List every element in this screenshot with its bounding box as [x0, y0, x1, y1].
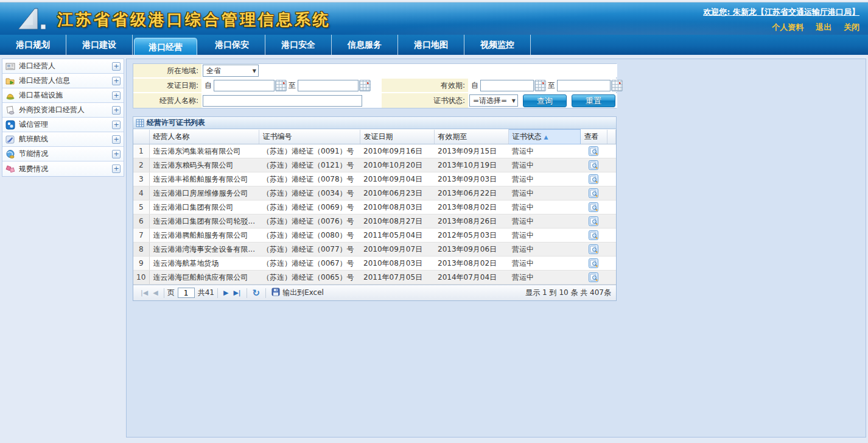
sidebar-item-routes[interactable]: 航班航线 + [2, 132, 124, 147]
calendar-icon[interactable] [534, 80, 546, 91]
reset-button[interactable]: 重置 [572, 94, 615, 107]
cert-number-cell: （苏连）港经证（0065）号 [259, 271, 360, 285]
sidebar-item-operator-info[interactable]: 港口经营人信息 + [2, 74, 124, 88]
export-excel-button[interactable]: 输出到Excel [271, 288, 324, 298]
nav-tab-1[interactable]: 港口建设 [66, 35, 133, 55]
nav-tab-4[interactable]: 港口安全 [265, 35, 332, 55]
view-icon[interactable] [589, 230, 598, 240]
filler-cell [607, 158, 616, 172]
expand-plus-icon[interactable]: + [112, 165, 121, 173]
operator-name-label: 经营人名称: [133, 96, 201, 106]
view-icon[interactable] [589, 216, 598, 226]
nav-tab-0[interactable]: 港口规划 [0, 35, 66, 55]
nav-tab-2[interactable]: 港口经营 [134, 38, 197, 55]
folder-arrow-icon [5, 76, 15, 86]
nav-tab-7[interactable]: 视频监控 [464, 35, 531, 55]
issue-date-from-input[interactable] [214, 80, 275, 91]
status-cell: 营运中 [508, 200, 580, 214]
expand-plus-icon[interactable]: + [112, 121, 121, 129]
region-label: 所在地域: [133, 66, 201, 76]
query-button[interactable]: 查询 [523, 94, 567, 107]
issue-date-cell: 2010年09月16日 [360, 144, 434, 158]
view-cell [580, 271, 607, 285]
view-icon[interactable] [589, 188, 598, 198]
calendar-icon[interactable] [359, 80, 371, 91]
sidebar-item-port-operator[interactable]: 港口经营人 + [2, 59, 124, 74]
cert-status-label: 证书状态: [382, 96, 468, 106]
sidebar-item-energy-saving[interactable]: 节能情况 + [2, 147, 124, 161]
view-icon[interactable] [589, 160, 598, 170]
issue-date-cell: 2011年05月04日 [360, 229, 434, 243]
status-cell: 营运中 [508, 144, 580, 158]
profile-link[interactable]: 个人资料 [772, 23, 803, 32]
prev-page-icon[interactable]: ◀ [153, 289, 158, 297]
operator-name-cell: 连云港海巨船舶供应有限公司 [149, 271, 259, 285]
col-valid-until[interactable]: 有效期至 [434, 130, 508, 144]
cert-number-cell: （苏连）港经证（0080）号 [259, 229, 360, 243]
col-cert-status[interactable]: 证书状态▲ [508, 130, 580, 144]
page-input[interactable] [178, 288, 195, 298]
expand-plus-icon[interactable]: + [112, 62, 121, 71]
col-operator-name[interactable]: 经营人名称 [149, 130, 259, 144]
search-form: 所在地域: 全省 ▼ 发证日期: 自 至 [133, 63, 617, 108]
refresh-icon[interactable]: ↻ [253, 288, 261, 299]
calendar-icon[interactable] [611, 80, 623, 91]
expand-plus-icon[interactable]: + [112, 91, 121, 100]
table-row: 8连云港港湾海事安全设备有限...（苏连）港经证（0077）号2010年09月0… [133, 243, 616, 257]
expand-plus-icon[interactable]: + [112, 135, 121, 144]
nav-tab-6[interactable]: 港口地图 [398, 35, 464, 55]
view-icon[interactable] [589, 174, 598, 184]
expand-plus-icon[interactable]: + [112, 77, 121, 85]
row-number: 10 [133, 271, 149, 285]
operator-name-cell: 连云港港口房屋维修服务公司 [149, 186, 259, 200]
calendar-icon[interactable] [275, 80, 287, 91]
status-cell: 营运中 [508, 214, 580, 229]
operator-name-input[interactable] [203, 95, 362, 107]
col-issue-date[interactable]: 发证日期 [360, 130, 434, 144]
view-cell [580, 186, 607, 200]
view-cell [580, 144, 607, 158]
region-select[interactable]: 全省 ▼ [203, 65, 259, 77]
cert-number-cell: （苏连）港经证（0091）号 [259, 144, 360, 158]
validity-to-input[interactable] [557, 80, 611, 91]
cert-number-cell: （苏连）港经证（0078）号 [259, 172, 360, 186]
issue-date-label: 发证日期: [133, 80, 201, 91]
view-cell [580, 257, 607, 271]
last-page-icon[interactable]: ▶| [233, 289, 240, 297]
close-link[interactable]: 关闭 [844, 23, 859, 32]
expand-plus-icon[interactable]: + [112, 150, 121, 158]
nav-tab-5[interactable]: 信息服务 [332, 35, 398, 55]
sidebar-item-fees[interactable]: 规费情况 + [2, 161, 124, 176]
table-row: 9连云港海航基地货场（苏连）港经证（0067）号2010年08月03日2013年… [133, 257, 616, 271]
nav-tab-3[interactable]: 港口保安 [199, 35, 265, 55]
col-cert-number[interactable]: 证书编号 [259, 130, 360, 144]
sidebar-item-credit-mgmt[interactable]: 诚信管理 + [2, 118, 124, 132]
sidebar-item-infrastructure[interactable]: 港口基础设施 + [2, 88, 124, 103]
logout-link[interactable]: 退出 [816, 23, 831, 32]
table-row: 7连云港港腾船舶服务有限公司（苏连）港经证（0080）号2011年05月04日2… [133, 229, 616, 243]
status-cell: 营运中 [508, 186, 580, 200]
expand-plus-icon[interactable]: + [112, 106, 121, 115]
to-label: 至 [289, 80, 296, 91]
issue-date-cell: 2010年09月07日 [360, 243, 434, 257]
facility-icon [5, 91, 15, 101]
page-label: 页 [167, 288, 175, 298]
cert-number-cell: （苏连）港经证（0076）号 [259, 214, 360, 229]
sort-asc-icon: ▲ [544, 134, 548, 140]
status-cell: 营运中 [508, 271, 580, 285]
validity-from-input[interactable] [480, 80, 534, 91]
row-number: 2 [133, 158, 149, 172]
view-icon[interactable] [589, 244, 598, 254]
issue-date-to-input[interactable] [298, 80, 359, 91]
sidebar-item-foreign-investor[interactable]: 外商投资港口经营人 + [2, 103, 124, 118]
cert-status-select[interactable]: =请选择= ▼ [469, 94, 518, 107]
view-icon[interactable] [589, 258, 598, 268]
view-icon[interactable] [589, 272, 598, 282]
app-logo [16, 7, 51, 33]
next-page-icon[interactable]: ▶ [223, 289, 228, 297]
first-page-icon[interactable]: |◀ [141, 289, 148, 297]
view-icon[interactable] [589, 202, 598, 212]
issue-date-cell: 2011年07月05日 [360, 271, 434, 285]
view-cell [580, 229, 607, 243]
view-icon[interactable] [589, 146, 598, 156]
